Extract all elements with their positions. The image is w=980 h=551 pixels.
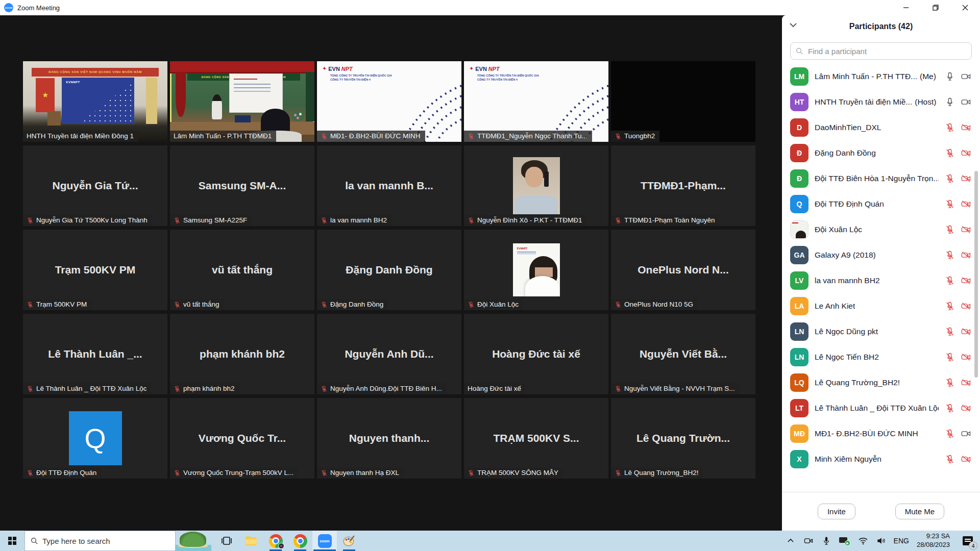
camera-off-icon (960, 301, 972, 311)
vietnam-flag: ★ (36, 78, 55, 112)
participant-row[interactable]: LN Lê Ngọc Tiến BH2 (790, 344, 976, 370)
video-tile-bui-duc-minh[interactable]: ✦EVNNPT TỔNG CÔNG TY TRUYỀN TẢI ĐIỆN QUỐ… (317, 61, 461, 142)
avatar: MĐ (790, 424, 808, 443)
minimize-button[interactable] (891, 0, 921, 15)
muted-mic-icon (615, 133, 622, 140)
action-center-button[interactable]: 4 (958, 531, 978, 551)
chrome-button[interactable] (288, 531, 312, 551)
video-tile[interactable]: OnePlus Nord N... OnePlus Nord N10 5G (611, 230, 755, 310)
find-participant-input[interactable] (790, 42, 972, 60)
video-tile-nguyen-ngoc-thanh[interactable]: ✦EVNNPT TỔNG CÔNG TY TRUYỀN TẢI ĐIỆN QUỐ… (464, 61, 608, 142)
muted-mic-icon (174, 301, 181, 308)
participant-row[interactable]: LQ Lê Quang Trường_BH2! (790, 370, 976, 395)
participant-name: Minh Xiêm Nguyễn (815, 455, 881, 464)
muted-mic-icon (615, 301, 622, 308)
taskbar-search[interactable]: Type here to search (24, 531, 176, 551)
video-tile-nguyen-dinh-xo[interactable]: Nguyễn Đình Xô - P.KT - TTĐMĐ1 (464, 145, 608, 226)
participant-row[interactable]: LA Le Anh Kiet (790, 293, 976, 319)
tray-screen-share-icon[interactable] (839, 536, 850, 546)
chrome-recorder-button[interactable] (263, 531, 288, 551)
participant-row[interactable]: LM Lâm Minh Tuấn - P.TH TTĐ...(Me) (790, 64, 976, 89)
participant-row[interactable]: D DaoMinhTien_DXL (790, 115, 976, 140)
tray-expand-icon[interactable] (786, 536, 796, 546)
video-tile-lam-minh-tuan-active-speaker[interactable]: ĐẢNG CỘNG SẢN VIỆT NAM QUANG VINH MUÔN N… (170, 61, 314, 142)
muted-mic-icon (321, 301, 328, 308)
video-tile[interactable]: vũ tất thắng vũ tất thắng (170, 230, 314, 310)
participant-row[interactable]: GA Galaxy A9 (2018) (790, 242, 976, 268)
avatar: Đ (790, 169, 808, 188)
tile-name: vũ tất thắng (183, 300, 219, 308)
video-tile[interactable]: la van mannh B... la van mannh BH2 (317, 145, 461, 226)
tile-name: Trạm 500KV PM (36, 300, 87, 308)
participants-scrollbar[interactable] (974, 171, 978, 378)
muted-mic-icon (468, 133, 475, 140)
participant-row[interactable]: Q Đội TTĐ Định Quán (790, 191, 976, 217)
tray-camera-icon[interactable] (803, 536, 814, 546)
participant-row[interactable]: Đội Xuân Lộc (790, 217, 976, 242)
muted-mic-icon (27, 469, 34, 477)
notification-count-badge: 4 (969, 541, 977, 550)
participant-name: Lê Thành Luân _ Đội TTĐ Xuân Lộc (815, 404, 939, 413)
collapse-panel-icon[interactable] (789, 22, 797, 28)
video-tile[interactable]: phạm khánh bh2 phạm khánh bh2 (170, 314, 314, 394)
tray-volume-icon[interactable] (876, 536, 886, 546)
muted-mic-icon (321, 469, 328, 477)
taskbar-clock[interactable]: 9:23 SA 28/08/2023 (917, 532, 950, 549)
zoom-app-button[interactable]: zoom (312, 531, 337, 551)
participant-row[interactable]: Đ Đội TTĐ Biên Hòa 1-Nguyễn Trọn... (790, 166, 976, 191)
video-tile-tuongbh2[interactable]: Tuongbh2 (611, 61, 755, 142)
language-indicator[interactable]: ENG (894, 537, 909, 545)
invite-button[interactable]: Invite (818, 504, 855, 519)
video-tile[interactable]: Trạm 500KV PM Trạm 500KV PM (23, 230, 167, 310)
island-image (180, 532, 206, 547)
video-tile[interactable]: Vương Quốc Tr... Vương Quốc Trung-Trạm 5… (170, 398, 314, 479)
participant-name: Lâm Minh Tuấn - P.TH TTĐ... (815, 72, 917, 81)
zoom-app-icon: zoom (318, 534, 332, 548)
clock-time: 9:23 SA (917, 532, 950, 541)
video-tile-hnth-mien-dong[interactable]: ĐẢNG CỘNG SẢN VIỆT NAM QUANG VINH MUÔN N… (23, 61, 167, 142)
video-tile[interactable]: TTĐMĐ1-Phạm... TTĐMĐ1-Phạm Toàn Nguyên (611, 145, 755, 226)
participant-name: Lê Quang Trường_BH2! (815, 378, 900, 387)
tile-name: Vương Quốc Trung-Trạm 500kV L... (183, 469, 293, 477)
video-tile-doi-xuan-loc[interactable]: EVNNPT Đội Xuân Lộc (464, 230, 608, 310)
red-curtain (170, 61, 314, 73)
participant-row[interactable]: LN Lê Ngọc Dũng pkt (790, 319, 976, 344)
chrome-icon (293, 534, 307, 548)
participant-row[interactable]: LV la van mannh BH2 (790, 268, 976, 293)
video-tile-hoang-duc-unmuted[interactable]: Hoàng Đức tài xế Hoàng Đức tài xế (464, 314, 608, 394)
video-tile[interactable]: Nguyễn Gia Tứ... Nguyễn Gia Tứ T500Kv Lo… (23, 145, 167, 226)
mic-muted-icon (945, 276, 955, 286)
participant-row[interactable]: MĐ MĐ1- Đ.BH2-BÙI ĐỨC MINH (790, 421, 976, 446)
video-tile[interactable]: Lê Quang Trườn... Lê Quang Trường_BH2! (611, 398, 755, 479)
video-tile[interactable]: Samsung SM-A... Samsung SM-A225F (170, 145, 314, 226)
paint-button[interactable] (337, 531, 361, 551)
camera-off-icon (960, 378, 972, 388)
start-button[interactable] (0, 531, 24, 551)
camera-off-icon (960, 199, 972, 209)
video-tile[interactable]: Nguyễn Viết Bằ... Nguyễn Viết Bằng - NVV… (611, 314, 755, 394)
participants-list: LM Lâm Minh Tuấn - P.TH TTĐ...(Me) HT HN… (782, 61, 980, 492)
windows-taskbar: Type here to search (0, 531, 980, 551)
avatar: LT (790, 399, 808, 417)
tray-microphone-icon[interactable] (821, 536, 831, 546)
video-tile[interactable]: TRẠM 500KV S... TRẠM 500KV SÔNG MÂY (464, 398, 608, 479)
tray-wifi-icon[interactable] (858, 536, 868, 546)
participant-row[interactable]: X Minh Xiêm Nguyễn (790, 446, 976, 472)
mic-muted-icon (945, 122, 955, 133)
video-tile-doi-ttd-dinh-quan[interactable]: Q Đội TTĐ Định Quán (23, 398, 167, 479)
video-tile[interactable]: Nguyen thanh... Nguyen thanh Hạ ĐXL (317, 398, 461, 479)
tile-name: TTĐMĐ1-Phạm Toàn Nguyên (624, 216, 715, 224)
task-view-button[interactable] (214, 531, 239, 551)
restore-button[interactable] (921, 0, 950, 15)
participant-row[interactable]: Đ Đặng Danh Đồng (790, 140, 976, 166)
video-tile[interactable]: Đặng Danh Đồng Đặng Danh Đồng (317, 230, 461, 310)
participant-row[interactable]: LT Lê Thành Luân _ Đội TTĐ Xuân Lộc (790, 395, 976, 421)
window-title: Zoom Meeting (17, 4, 60, 12)
news-and-interests-widget[interactable] (176, 531, 211, 551)
mute-me-button[interactable]: Mute Me (895, 504, 944, 519)
participant-row[interactable]: HT HNTH Truyền tải điện Miề...(Host) (790, 89, 976, 115)
video-tile[interactable]: Lê Thành Luân _... Lê Thành Luân _ Đội T… (23, 314, 167, 394)
file-explorer-button[interactable] (239, 531, 263, 551)
close-button[interactable] (950, 0, 980, 15)
video-tile[interactable]: Nguyễn Anh Dũ... Nguyễn Anh Dũng.Đội TTĐ… (317, 314, 461, 394)
